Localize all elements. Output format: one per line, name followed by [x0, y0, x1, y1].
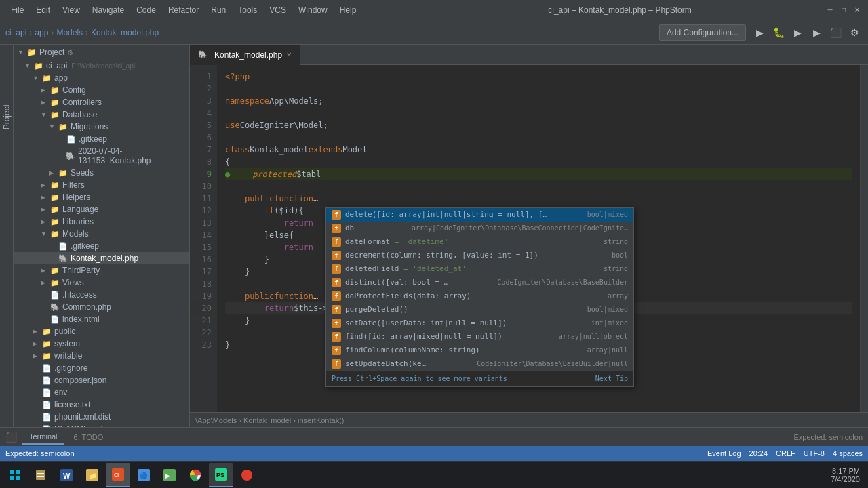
tree-item-filters[interactable]: ▶ 📁 Filters — [14, 179, 189, 191]
breadcrumb-app[interactable]: app — [35, 28, 48, 37]
add-configuration-button[interactable]: Add Configuration... — [659, 24, 746, 41]
menu-refactor[interactable]: Refactor — [163, 3, 204, 18]
autocomplete-popup[interactable]: f delete([id: array|int|null|string = nu… — [326, 207, 634, 387]
tree-item-helpers[interactable]: ▶ 📁 Helpers — [14, 191, 189, 203]
tab-todo[interactable]: 6: TODO — [67, 430, 111, 444]
taskbar-app4[interactable] — [235, 463, 259, 487]
minimize-button[interactable]: ─ — [825, 5, 835, 16]
tree-item-readme[interactable]: 📄 README.md — [14, 423, 189, 427]
tree-item-gitkeep2[interactable]: 📄 .gitkeep — [14, 240, 189, 252]
taskbar-app1[interactable]: ci — [106, 463, 130, 487]
coverage-button[interactable]: ▶ — [789, 24, 806, 41]
ac-type-findcolumn: array|null — [587, 344, 628, 357]
taskbar-app3[interactable]: ▶ — [157, 463, 182, 487]
tree-item-system[interactable]: ▶ 📁 system — [14, 338, 189, 350]
taskbar-phpstorm[interactable]: PS — [209, 463, 233, 487]
encoding[interactable]: UTF-8 — [804, 449, 825, 458]
ac-item-deletedfield[interactable]: f deletedField = 'deleted_at' string — [326, 262, 633, 276]
ac-item-db[interactable]: f db array|CodeIgniter\Database\BaseConn… — [326, 222, 633, 235]
tree-item-public[interactable]: ▶ 📁 public — [14, 325, 189, 338]
tree-item-config[interactable]: ▶ 📁 Config — [14, 84, 189, 96]
ac-item-purgedeleted[interactable]: f purgeDeleted() bool|mixed — [326, 303, 633, 317]
menu-code[interactable]: Code — [131, 3, 161, 18]
settings-button[interactable]: ⚙ — [846, 24, 863, 41]
tree-item-libraries[interactable]: ▶ 📁 Libraries — [14, 216, 189, 228]
project-header[interactable]: ▼ 📁 Project ⚙ — [14, 45, 189, 60]
indent[interactable]: 4 spaces — [833, 449, 863, 458]
ac-item-find[interactable]: f find([id: array|mixed|null = null]) ar… — [326, 330, 633, 344]
ac-item-setdate[interactable]: f setDate([userData: int|null = null]) i… — [326, 317, 633, 330]
tab-close-button[interactable]: ✕ — [286, 51, 292, 58]
taskbar-start[interactable] — [3, 463, 27, 487]
tree-item-views[interactable]: ▶ 📁 Views — [14, 277, 189, 289]
ac-item-doprotectfields[interactable]: f doProtectFields(data: array) array — [326, 289, 633, 303]
project-menu-icon[interactable]: ⚙ — [67, 49, 73, 56]
tree-item-phpunit[interactable]: 📄 phpunit.xml.dist — [14, 411, 189, 423]
tree-item-composer[interactable]: 📄 composer.json — [14, 374, 189, 386]
ac-name-setdate: setDate([userData: int|null = null]) — [345, 317, 586, 329]
taskbar-files[interactable]: 📁 — [80, 463, 104, 487]
tree-item-env[interactable]: 📄 env — [14, 386, 189, 399]
ac-item-findcolumn[interactable]: f findColumn(columnName: string) array|n… — [326, 344, 633, 357]
event-log[interactable]: Event Log — [707, 449, 741, 458]
tree-item-thirdparty[interactable]: ▶ 📁 ThirdParty — [14, 264, 189, 277]
tree-item-indexhtml[interactable]: 📄 index.html — [14, 313, 189, 325]
menu-edit[interactable]: Edit — [31, 3, 56, 18]
ac-next-tip[interactable]: Next Tip — [595, 373, 628, 385]
ac-item-decrement[interactable]: f decrement(column: string, [value: int … — [326, 249, 633, 262]
svg-rect-1 — [16, 470, 20, 474]
menu-view[interactable]: View — [57, 3, 85, 18]
breadcrumb-ciapi[interactable]: ci_api — [5, 28, 26, 37]
tree-item-gitkeep1[interactable]: 📄 .gitkeep — [14, 133, 189, 145]
project-panel-icon[interactable]: Project — [1, 99, 13, 135]
menu-window[interactable]: Window — [293, 3, 333, 18]
ac-item-delete[interactable]: f delete([id: array|int|null|string = nu… — [326, 208, 633, 222]
tree-item-controllers[interactable]: ▶ 📁 Controllers — [14, 96, 189, 108]
taskbar-explorer[interactable] — [28, 463, 53, 487]
menu-vcs[interactable]: VCS — [264, 3, 292, 18]
stop-button[interactable]: ⬛ — [827, 24, 844, 41]
taskbar-word[interactable]: W — [54, 463, 79, 487]
tree-item-ciapi[interactable]: ▼ 📁 ci_api E:\Web\htdocs\ci_api — [14, 60, 189, 72]
tree-item-common[interactable]: 🐘 Common.php — [14, 301, 189, 313]
taskbar-chrome[interactable] — [183, 463, 208, 487]
tree-item-seeds[interactable]: ▶ 📁 Seeds — [14, 167, 189, 179]
code-line-9: ● protected $tabl — [225, 168, 852, 180]
tree-item-database[interactable]: ▼ 📁 Database — [14, 108, 189, 121]
maximize-button[interactable]: □ — [838, 5, 849, 16]
tree-item-migrations[interactable]: ▼ 📁 Migrations — [14, 121, 189, 133]
tree-item-htaccess[interactable]: 📄 .htaccess — [14, 289, 189, 301]
tab-kontak-model[interactable]: 🐘 Kontak_model.php ✕ — [190, 45, 300, 65]
menu-tools[interactable]: Tools — [233, 3, 262, 18]
close-button[interactable]: ✕ — [852, 5, 863, 16]
tree-item-models[interactable]: ▼ 📁 Models — [14, 228, 189, 240]
breadcrumb-file[interactable]: Kontak_model.php — [91, 28, 159, 37]
right-gutter-scrollbar[interactable] — [860, 65, 868, 412]
debug-button[interactable]: 🐛 — [770, 24, 787, 41]
code-content[interactable]: <?php namespace App\Models; use CodeIgni… — [217, 65, 860, 412]
code-editor[interactable]: 1 2 3 4 5 6 7 8 9 10 11 12 13 14 15 16 1… — [190, 65, 868, 412]
tab-terminal[interactable]: Terminal — [22, 430, 64, 445]
ac-name-deletedfield: deletedField = 'deleted_at' — [345, 263, 598, 275]
tree-item-gitignore[interactable]: 📄 .gitignore — [14, 362, 189, 374]
menu-navigate[interactable]: Navigate — [87, 3, 130, 18]
tree-item-license[interactable]: 📄 license.txt — [14, 399, 189, 411]
profiler-button[interactable]: ▶ — [808, 24, 825, 41]
menu-help[interactable]: Help — [334, 3, 362, 18]
menu-file[interactable]: File — [5, 3, 29, 18]
menu-run[interactable]: Run — [205, 3, 231, 18]
tree-item-app[interactable]: ▼ 📁 app — [14, 72, 189, 84]
project-arrow: ▼ — [18, 49, 26, 56]
tree-item-kontak-migration[interactable]: 🐘 2020-07-04-131153_Kontak.php — [14, 145, 189, 167]
ac-item-dateformat[interactable]: f dateFormat = 'datetime' string — [326, 235, 633, 249]
breadcrumb-models[interactable]: Models — [56, 28, 83, 37]
tree-item-writable[interactable]: ▶ 📁 writable — [14, 350, 189, 362]
ac-item-setupdatebatch[interactable]: f setUpdateBatch(ke… CodeIgniter\Databas… — [326, 357, 633, 371]
line-ending[interactable]: CRLF — [776, 449, 795, 458]
tree-item-language[interactable]: ▶ 📁 Language — [14, 203, 189, 216]
status-bar: Expected: semicolon Event Log 20:24 CRLF… — [0, 446, 868, 461]
tree-item-kontak-model[interactable]: 🐘 Kontak_model.php — [14, 252, 189, 264]
taskbar-app2[interactable]: 🔵 — [132, 463, 156, 487]
ac-item-distinct[interactable]: f distinct([val: bool = … CodeIgniter\Da… — [326, 276, 633, 289]
run-button[interactable]: ▶ — [751, 24, 768, 41]
